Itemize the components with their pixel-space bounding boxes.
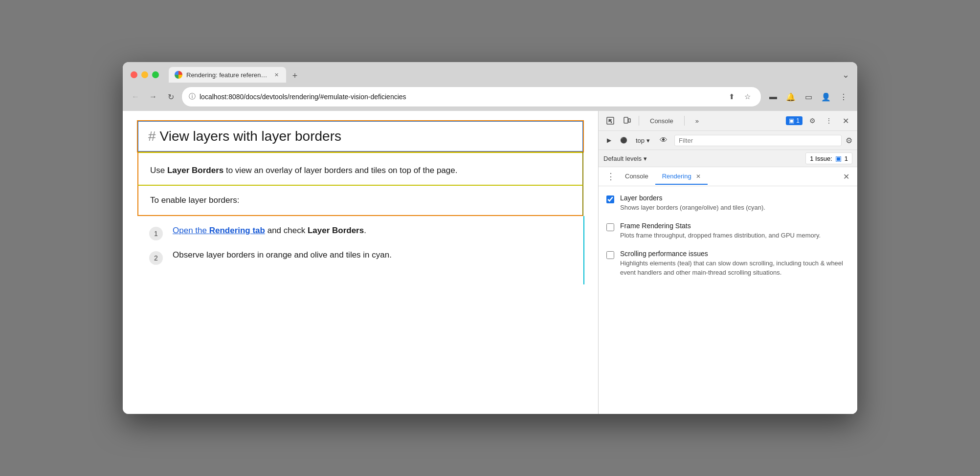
frame-rendering-desc: Plots frame throughput, dropped frames d…: [620, 231, 849, 240]
devtools-toolbar-2: ▶ ⚫ top ▾ 👁 ⚙: [599, 131, 857, 150]
title-bar: Rendering: feature reference - ✕ + ⌄: [123, 62, 857, 83]
layer-borders-title: Layer borders: [620, 194, 849, 202]
devtools-console-tab[interactable]: Console: [644, 115, 679, 127]
minimize-traffic-light[interactable]: [141, 71, 148, 78]
panel-close-button[interactable]: ✕: [840, 168, 852, 185]
step-1-number: 1: [149, 227, 163, 240]
layer-borders-content: Layer borders Shows layer borders (orang…: [620, 194, 849, 212]
frame-rendering-checkbox[interactable]: [606, 223, 614, 231]
badge-count: 1: [796, 117, 800, 124]
cyan-border-right: [583, 216, 584, 284]
back-button[interactable]: ←: [129, 90, 142, 104]
step-1: 1 Open the Rendering tab and check Layer…: [149, 226, 572, 240]
heading-hash: #: [148, 129, 156, 144]
profile-extension-button[interactable]: 🔔: [783, 89, 799, 105]
info-icon: ⓘ: [189, 92, 196, 101]
description-text: Use Layer Borders to view an overlay of …: [150, 164, 571, 177]
window-dropdown[interactable]: ⌄: [842, 69, 849, 80]
filter-input[interactable]: [674, 135, 842, 146]
scrolling-perf-desc: Highlights elements (teal) that can slow…: [620, 259, 849, 277]
rendering-options-list: Layer borders Shows layer borders (orang…: [599, 186, 857, 414]
address-bar[interactable]: ⓘ localhost:8080/docs/devtools/rendering…: [181, 87, 761, 107]
devtools-badge: ▣ 1: [786, 116, 802, 125]
layer-borders-checkbox[interactable]: [606, 195, 614, 203]
maximize-traffic-light[interactable]: [152, 71, 159, 78]
split-view-button[interactable]: ▭: [801, 89, 816, 105]
frame-rendering-option: Frame Rendering Stats Plots frame throug…: [606, 222, 849, 240]
rendering-tab-close[interactable]: ✕: [696, 173, 701, 180]
address-actions: ⬆ ☆: [725, 90, 754, 104]
step-1-text: Open the Rendering tab and check Layer B…: [173, 226, 366, 236]
close-traffic-light[interactable]: [131, 71, 137, 78]
levels-arrow: ▾: [644, 155, 647, 162]
page-heading: # View layers with layer borders: [148, 129, 573, 144]
devtools-device-button[interactable]: [620, 114, 634, 128]
layer-borders-desc: Shows layer borders (orange/olive) and t…: [620, 203, 849, 212]
tab-more-button[interactable]: ⋮: [603, 167, 618, 186]
toolbar-divider-2: [684, 116, 685, 126]
profile-button[interactable]: 👤: [818, 89, 834, 105]
devtools-toolbar-1: Console » ▣ 1 ⚙ ⋮ ✕: [599, 111, 857, 131]
enable-text: To enable layer borders:: [150, 195, 571, 205]
badge-icon: ▣: [789, 117, 794, 124]
filter-settings-button[interactable]: ⚙: [846, 136, 852, 145]
steps-section: 1 Open the Rendering tab and check Layer…: [137, 216, 583, 284]
page-inner: # View layers with layer borders Use Lay…: [123, 111, 598, 294]
more-options-button[interactable]: ⋮: [836, 89, 851, 105]
tab-close-button[interactable]: ✕: [272, 71, 280, 79]
forward-button[interactable]: →: [146, 90, 160, 104]
console-tab[interactable]: Console: [618, 169, 655, 185]
issue-label: 1 Issue:: [810, 155, 832, 162]
address-bar-row: ← → ↻ ⓘ localhost:8080/docs/devtools/ren…: [123, 83, 857, 111]
bookmark-button[interactable]: ☆: [740, 90, 754, 104]
rendering-tab-link[interactable]: Open the Rendering tab: [173, 226, 265, 235]
context-selector[interactable]: top ▾: [633, 135, 653, 146]
eye-button[interactable]: 👁: [657, 133, 670, 147]
devtools-more-tabs[interactable]: »: [690, 115, 705, 127]
step-2-number: 2: [149, 251, 163, 265]
devtools-toolbar-3: Default levels ▾ 1 Issue: ▣ 1: [599, 150, 857, 167]
rendering-tab-label: Rendering: [662, 173, 691, 180]
url-text: localhost:8080/docs/devtools/rendering/#…: [200, 93, 721, 101]
main-area: # View layers with layer borders Use Lay…: [123, 111, 857, 414]
dropdown-arrow: ▾: [646, 137, 650, 144]
description-block: Use Layer Borders to view an overlay of …: [137, 152, 583, 185]
devtools-tabs-bar: ⋮ Console Rendering ✕ ✕: [599, 167, 857, 186]
toolbar-right: ▬ 🔔 ▭ 👤 ⋮: [765, 89, 851, 105]
devtools-settings-button[interactable]: ⚙: [805, 114, 819, 128]
reload-button[interactable]: ↻: [164, 90, 178, 104]
devtools-more-options[interactable]: ⋮: [822, 114, 836, 128]
active-tab[interactable]: Rendering: feature reference - ✕: [169, 67, 286, 83]
browser-window: Rendering: feature reference - ✕ + ⌄ ← →…: [123, 62, 857, 414]
page-content: # View layers with layer borders Use Lay…: [123, 111, 598, 414]
stop-button[interactable]: ⚫: [618, 135, 629, 146]
frame-rendering-content: Frame Rendering Stats Plots frame throug…: [620, 222, 849, 240]
step-2: 2 Observe layer borders in orange and ol…: [149, 250, 572, 265]
issues-badge[interactable]: 1 Issue: ▣ 1: [805, 152, 852, 164]
svg-rect-1: [624, 117, 628, 123]
devtools-close-button[interactable]: ✕: [839, 114, 852, 128]
heading-text: View layers with layer borders: [160, 129, 341, 144]
default-levels-button[interactable]: Default levels ▾: [603, 155, 647, 162]
run-button[interactable]: ▶: [603, 135, 614, 146]
toolbar-divider-1: [639, 116, 639, 126]
top-olive-line: [138, 152, 582, 153]
tabs-area: Rendering: feature reference - ✕ +: [169, 67, 836, 83]
heading-container: # View layers with layer borders: [137, 121, 583, 152]
new-tab-button[interactable]: +: [288, 69, 302, 83]
enable-block: To enable layer borders:: [137, 185, 583, 216]
rendering-tab[interactable]: Rendering ✕: [655, 169, 708, 185]
toolbar-right-controls: ▣ 1 ⚙ ⋮ ✕: [786, 114, 852, 128]
extensions-button[interactable]: ▬: [765, 89, 781, 105]
svg-rect-2: [628, 119, 630, 122]
top-label: top: [636, 137, 645, 144]
frame-rendering-title: Frame Rendering Stats: [620, 222, 849, 230]
issue-count: 1: [845, 155, 848, 162]
step-2-text: Observe layer borders in orange and oliv…: [173, 250, 392, 260]
share-button[interactable]: ⬆: [725, 90, 738, 104]
scrolling-perf-checkbox[interactable]: [606, 251, 614, 259]
default-levels-label: Default levels: [603, 155, 642, 162]
traffic-lights: [131, 71, 159, 78]
tab-favicon: [175, 71, 182, 79]
devtools-inspect-button[interactable]: [603, 114, 617, 128]
